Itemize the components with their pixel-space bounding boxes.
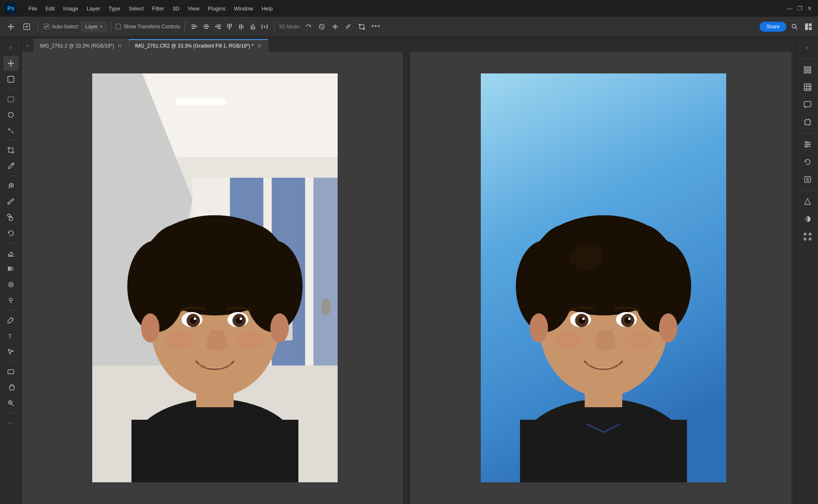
layers-panel-btn[interactable] xyxy=(800,62,815,77)
3d-slide-icon[interactable] xyxy=(343,21,354,32)
svg-point-109 xyxy=(582,318,585,320)
title-bar: Ps File Edit Image Layer Type Select Fil… xyxy=(0,0,818,17)
move-tool-icon[interactable] xyxy=(4,20,18,33)
gradient-tool[interactable] xyxy=(3,261,18,276)
comments-panel-btn[interactable] xyxy=(800,97,815,112)
svg-point-26 xyxy=(792,24,796,28)
layer-dropdown[interactable]: Layer ▼ xyxy=(81,22,107,31)
menu-plugins[interactable]: Plugins xyxy=(204,4,229,13)
collapse-left-icon[interactable]: » xyxy=(3,40,18,55)
svg-rect-120 xyxy=(805,120,810,125)
search-button[interactable] xyxy=(789,21,800,33)
menu-select[interactable]: Select xyxy=(125,4,147,13)
close-button[interactable]: ✕ xyxy=(806,5,813,12)
3d-pan-icon[interactable] xyxy=(330,21,341,32)
blur-tool[interactable] xyxy=(3,277,18,292)
minimize-button[interactable]: — xyxy=(786,5,793,12)
paths-panel-btn[interactable] xyxy=(800,229,815,244)
crop-tool[interactable] xyxy=(3,143,18,158)
dodge-tool[interactable] xyxy=(3,293,18,308)
menu-help[interactable]: Help xyxy=(258,4,276,13)
artboards-panel-btn[interactable] xyxy=(800,115,815,130)
history-brush-tool[interactable] xyxy=(3,226,18,241)
right-divider-0 xyxy=(801,58,814,59)
show-transform-group: Show Transform Controls xyxy=(116,24,180,30)
history-panel-btn[interactable] xyxy=(800,154,815,169)
marquee-tool[interactable] xyxy=(3,91,18,106)
menu-type[interactable]: Type xyxy=(105,4,124,13)
right-divider-1 xyxy=(801,133,814,134)
svg-point-40 xyxy=(8,214,10,217)
tab-left-close[interactable]: ✕ xyxy=(117,43,122,49)
align-vcenter-icon[interactable] xyxy=(236,21,247,32)
tool-divider-1 xyxy=(5,89,17,89)
menu-filter[interactable]: Filter xyxy=(149,4,167,13)
align-left-icon[interactable] xyxy=(189,21,200,32)
scrollbar-v-left[interactable] xyxy=(403,52,408,504)
more-options-button[interactable]: ••• xyxy=(370,22,382,31)
more-tools-btn[interactable]: ⋯ xyxy=(3,415,18,430)
align-bottom-icon[interactable] xyxy=(247,21,258,32)
menu-3d[interactable]: 3D xyxy=(169,4,183,13)
menu-view[interactable]: View xyxy=(184,4,203,13)
menu-image[interactable]: Image xyxy=(60,4,81,13)
svg-rect-2 xyxy=(192,26,197,27)
move-tool[interactable] xyxy=(3,56,18,71)
tabs-scroll-left[interactable]: « xyxy=(22,39,33,52)
settings-panel-btn[interactable] xyxy=(800,137,815,152)
tab-right[interactable]: IMG_2761.CR2 @ 33.3% (Gradient Fill 1, R… xyxy=(129,39,268,52)
svg-point-86 xyxy=(240,318,242,320)
magic-wand-tool[interactable] xyxy=(3,123,18,138)
svg-point-87 xyxy=(165,331,194,350)
properties-panel-btn[interactable] xyxy=(800,172,815,187)
menu-window[interactable]: Window xyxy=(230,4,256,13)
transform-mode-icon[interactable] xyxy=(20,20,33,33)
distribute-h-icon[interactable] xyxy=(259,21,270,32)
channels-panel-btn[interactable] xyxy=(800,80,815,95)
share-button[interactable]: Share xyxy=(760,22,786,32)
eyedropper-tool[interactable] xyxy=(3,159,18,174)
3d-scale-icon[interactable] xyxy=(356,21,367,32)
tab-right-close[interactable]: ✕ xyxy=(257,43,262,49)
eraser-tool[interactable] xyxy=(3,245,18,260)
divider-2 xyxy=(111,22,111,32)
adjustments-panel-btn[interactable] xyxy=(800,212,815,227)
svg-rect-70 xyxy=(131,420,298,482)
tab-right-label: IMG_2761.CR2 @ 33.3% (Gradient Fill 1, R… xyxy=(135,43,253,49)
menu-file[interactable]: File xyxy=(25,4,40,13)
3d-roll-icon[interactable] xyxy=(316,21,327,32)
svg-rect-68 xyxy=(323,299,329,311)
hand-tool[interactable] xyxy=(3,380,18,395)
svg-point-89 xyxy=(141,313,159,343)
shape-tool[interactable] xyxy=(3,364,18,379)
brush-tool[interactable] xyxy=(3,194,18,209)
tab-left[interactable]: IMG_2761-2 @ 33.3% (RGB/16*) ✕ xyxy=(33,39,129,52)
type-tool[interactable]: T xyxy=(3,328,18,343)
3d-rotate-icon[interactable] xyxy=(303,21,314,32)
restore-button[interactable]: ❐ xyxy=(796,5,803,12)
lasso-tool[interactable] xyxy=(3,107,18,122)
layout-toggle-icon[interactable] xyxy=(803,21,814,32)
canvas-pane-left xyxy=(22,52,408,504)
align-top-icon[interactable] xyxy=(224,21,235,32)
auto-select-checkbox[interactable] xyxy=(44,24,49,29)
spot-healing-tool[interactable] xyxy=(3,178,18,193)
collapse-right-icon[interactable]: « xyxy=(800,40,815,55)
scrollbar-v-right[interactable] xyxy=(791,52,796,504)
3d-mode-label: 3D Mode: xyxy=(279,24,300,30)
show-transform-checkbox[interactable] xyxy=(116,24,121,29)
zoom-tool[interactable] xyxy=(3,396,18,411)
menu-edit[interactable]: Edit xyxy=(42,4,58,13)
svg-point-110 xyxy=(628,318,631,320)
stamp-tool[interactable] xyxy=(3,210,18,225)
svg-rect-8 xyxy=(215,26,221,27)
libraries-panel-btn[interactable] xyxy=(800,194,815,209)
pen-tool[interactable] xyxy=(3,312,18,328)
align-right-icon[interactable] xyxy=(212,21,223,32)
align-center-icon[interactable] xyxy=(201,21,212,32)
artboard-tool[interactable] xyxy=(3,72,18,87)
path-select-tool[interactable] xyxy=(3,344,18,359)
menu-layer[interactable]: Layer xyxy=(83,4,104,13)
svg-text:T: T xyxy=(8,333,12,340)
svg-rect-17 xyxy=(252,24,253,30)
